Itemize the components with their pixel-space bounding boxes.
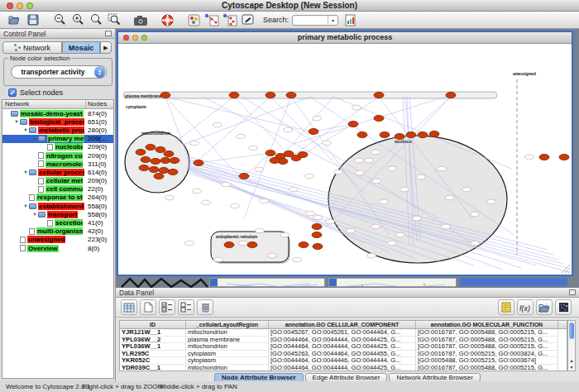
gene-node-selected[interactable] [154,173,164,179]
gene-node[interactable] [231,203,240,208]
tree-row[interactable]: ▼primary metabo209(... [2,135,113,143]
gene-node[interactable] [323,141,332,146]
gene-node-selected[interactable] [247,241,257,247]
gene-node[interactable] [280,232,290,237]
gene-node-selected[interactable] [357,131,367,137]
table-row[interactable]: YPL036W__2plasma membrane[GO:0044464, GO… [120,337,567,344]
search-dropdown-icon[interactable]: ▾ [328,16,337,25]
tree-row[interactable]: ▼cellular process614(0) [2,168,113,176]
gene-node[interactable] [313,116,322,121]
gene-node[interactable] [256,228,265,233]
gene-node-selected[interactable] [194,160,203,165]
open-file-icon[interactable] [7,12,23,27]
search-text-field[interactable] [293,16,328,25]
gene-node[interactable] [356,170,365,175]
gene-node-selected[interactable] [395,133,404,139]
column-network[interactable]: Network [2,100,86,108]
matrix-icon[interactable] [555,299,572,315]
gene-node[interactable] [193,189,202,194]
table-cell[interactable]: [GO:0016787, GO:0005488, GO:0005215, G..… [416,343,558,351]
table-cell[interactable]: [GO:0045263, GO:0044464, GO:0044455, G..… [269,351,416,358]
table-cell[interactable]: YPL036W__2 [120,337,186,344]
gene-node-selected[interactable] [380,131,390,137]
table-cell[interactable]: mitochondrion [186,329,269,337]
gene-node[interactable] [293,257,302,262]
table-row[interactable]: YKR052Ccytoplasm[GO:0044464, GO:0044446,… [120,357,567,365]
gene-node-selected[interactable] [298,151,308,157]
gene-node[interactable] [438,166,447,171]
gene-node[interactable] [400,187,409,192]
zoom-selected-icon[interactable] [106,12,122,27]
table-column-header[interactable]: _cellularLayoutRegion [186,321,269,328]
table-row[interactable]: YJR121W__1mitochondrion[GO:0045267, GO:0… [120,329,567,337]
gene-node-selected[interactable] [159,167,169,173]
gene-node-selected[interactable] [559,154,569,160]
gene-node[interactable] [260,198,269,203]
tree-row[interactable]: ▼establishment of lo558(0) [2,202,113,210]
tree-row[interactable]: secretion41(0) [2,218,113,227]
gene-node[interactable] [413,216,422,221]
combo-stepper-icon[interactable]: ▲▼ [94,66,105,78]
table-cell[interactable]: [GO:0044464, GO:0044444, GO:0044425, G..… [269,365,416,371]
table-row[interactable]: YPL036W__1mitochondrion[GO:0044464, GO:0… [120,343,567,351]
gene-node[interactable] [471,241,480,246]
gene-node-selected[interactable] [406,131,416,137]
gene-node[interactable] [290,187,299,192]
gene-node[interactable] [388,166,397,171]
tab-network[interactable]: Network [2,41,62,54]
tree-expand-icon[interactable]: ▼ [31,212,38,217]
table-cell[interactable]: YKR052C [120,357,186,365]
table-row[interactable]: YDR039C__1mitochondrion[GO:0044464, GO:0… [120,365,567,371]
gene-node-selected[interactable] [136,149,146,155]
attribute-table-icon[interactable] [121,299,137,315]
tree-row[interactable]: cellular metabo209(0) [2,177,113,185]
gene-node-selected[interactable] [312,223,322,229]
table-column-header[interactable]: ID [120,321,186,328]
gene-node-selected[interactable] [299,241,309,247]
save-icon[interactable] [25,12,41,27]
gene-node[interactable] [352,105,361,110]
tree-expand-icon[interactable]: ▼ [22,203,29,208]
tree-row[interactable]: unassigned223(0) [2,236,113,244]
gene-node-selected[interactable] [446,92,456,98]
select-nodes-checkbox[interactable]: ✓ [8,88,17,97]
gene-node[interactable] [442,224,451,229]
gene-node-selected[interactable] [429,131,439,136]
gene-node-selected[interactable] [146,144,156,150]
gene-node-selected[interactable] [229,92,239,98]
node-color-combobox[interactable]: transporter activity ▲▼ [11,65,107,79]
gene-node-selected[interactable] [374,115,384,121]
tree-row[interactable]: ▼biological_process651(0) [2,117,113,126]
gene-node[interactable] [190,141,199,146]
gene-node[interactable] [202,200,211,205]
gene-node[interactable] [214,257,223,262]
gene-node[interactable] [313,215,323,220]
table-cell[interactable]: YDR039C__1 [120,365,186,371]
tree-row[interactable]: response to stimul264(0) [2,194,113,202]
gene-node[interactable] [365,158,374,163]
gene-node-selected[interactable] [374,92,384,98]
gene-node[interactable] [347,228,356,233]
table-cell[interactable]: cytoplasm [186,357,269,365]
network-canvas[interactable]: nucleus plasma membrane cytoplasm mitoch… [118,44,572,275]
network-window-titlebar[interactable]: primary metabolic process [118,32,572,44]
table-row[interactable]: YLR295Ccytoplasm[GO:0045263, GO:0044464,… [120,351,567,358]
tree-expand-icon[interactable]: ▼ [22,170,29,174]
gene-node[interactable] [306,211,315,216]
tab-mosaic[interactable]: Mosaic [62,41,100,54]
tree-row[interactable]: macromolecule311(0) [2,160,113,168]
gene-node[interactable] [326,219,335,224]
gene-node-selected[interactable] [141,156,151,162]
tree-expand-icon[interactable]: ▼ [13,119,20,124]
tree-expand-icon[interactable]: ▼ [31,136,38,141]
table-cell[interactable]: [GO:0016787, GO:0005488, GO:0005215, G..… [416,329,558,337]
gene-node[interactable] [165,195,175,200]
report-icon[interactable] [342,12,358,27]
gene-node-selected[interactable] [156,146,165,152]
float-panel-icon[interactable] [105,31,112,36]
delete-attribute-icon[interactable] [197,299,213,315]
table-column-header[interactable]: annotation.GO MOLECULAR_FUNCTION [416,321,558,328]
background-window[interactable] [328,278,457,287]
background-window[interactable] [209,278,325,287]
table-cell[interactable]: mitochondrion [186,365,269,371]
